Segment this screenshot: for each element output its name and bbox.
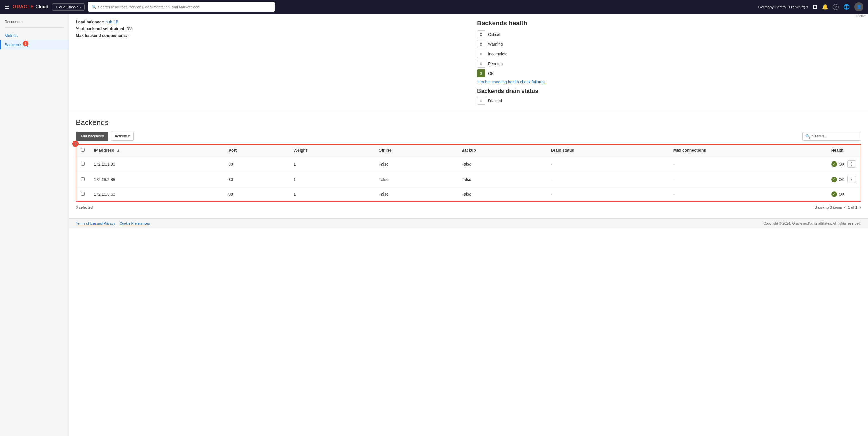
col-offline: Offline <box>374 144 457 156</box>
max-connections-row: Max backend connections: - <box>76 33 460 38</box>
bell-icon[interactable]: 🔔 <box>822 4 828 10</box>
region-selector[interactable]: Germany Central (Frankfurt) ▾ <box>758 5 808 9</box>
row-3-checkbox[interactable] <box>81 192 85 196</box>
copyright: Copyright © 2024, Oracle and/or its affi… <box>763 222 861 226</box>
globe-icon[interactable]: 🌐 <box>843 4 849 10</box>
cloud-classic-button[interactable]: Cloud Classic › <box>52 3 85 11</box>
ok-badge: 3 <box>477 69 485 77</box>
oracle-logo: ORACLE Cloud <box>12 4 49 9</box>
load-balancer-row: Load balancer: hub-LB <box>76 20 460 24</box>
row-2-checkbox[interactable] <box>81 177 85 181</box>
row-2-backup: False <box>457 172 547 187</box>
row-3-drain: - <box>546 187 669 201</box>
header: ☰ ORACLE Cloud Cloud Classic › 🔍 Germany… <box>0 0 868 14</box>
header-right: Germany Central (Frankfurt) ▾ ⊡ 🔔 ? 🌐 👤 <box>758 2 864 11</box>
row-1-backup: False <box>457 156 547 172</box>
col-health: Health <box>827 144 861 156</box>
col-backup: Backup <box>457 144 547 156</box>
page-footer: Terms of Use and Privacy Cookie Preferen… <box>69 218 868 228</box>
cloud-text: Cloud <box>36 4 49 9</box>
table-header-row: IP address ▲ Port Weight Offline Backup … <box>76 144 861 156</box>
search-icon-table: 🔍 <box>805 134 810 139</box>
row-3-ip: 172.16.3.63 <box>89 187 224 201</box>
health-row-incomplete: 0 Incomplete <box>477 50 861 58</box>
row-2-drain: - <box>546 172 669 187</box>
col-ip-address: IP address ▲ <box>89 144 224 156</box>
header-search: 🔍 <box>88 2 275 12</box>
showing-label: Showing 3 items <box>814 205 842 209</box>
warning-label: Warning <box>488 42 503 46</box>
col-weight: Weight <box>289 144 374 156</box>
critical-badge: 0 <box>477 30 485 38</box>
oracle-text: ORACLE <box>12 4 34 9</box>
ok-check-icon-3: ✓ <box>831 191 837 197</box>
drain-row-drained: 0 Drained <box>477 97 861 105</box>
health-row-critical: 0 Critical <box>477 30 861 38</box>
table-row: 172.16.1.93 80 1 False False - - ✓ <box>76 156 861 172</box>
row-3-health: ✓ OK <box>831 191 856 197</box>
row-1-offline: False <box>374 156 457 172</box>
incomplete-label: Incomplete <box>488 52 507 56</box>
row-1-checkbox[interactable] <box>81 162 85 166</box>
hamburger-icon[interactable]: ☰ <box>5 4 9 10</box>
ok-check-icon: ✓ <box>831 161 837 167</box>
row-1-ip: 172.16.1.93 <box>89 156 224 172</box>
row-3-health-cell: ✓ OK <box>827 187 861 201</box>
health-row-pending: 0 Pending <box>477 60 861 68</box>
info-section: Load balancer: hub-LB % of backend set d… <box>69 14 868 112</box>
ok-check-icon-2: ✓ <box>831 177 837 182</box>
content-area: Load balancer: hub-LB % of backend set d… <box>69 14 868 436</box>
backends-health-title: Backends health <box>477 20 861 27</box>
row-1-health-cell: ✓ OK Actions Edit Delete ⋮ <box>827 156 861 172</box>
pagination-next-button[interactable]: › <box>860 204 861 210</box>
row-3-backup: False <box>457 187 547 201</box>
load-balancer-link[interactable]: hub-LB <box>105 20 118 24</box>
table-search-input[interactable] <box>812 134 858 138</box>
row-2-three-dot-button[interactable]: ⋮ <box>847 176 856 183</box>
sidebar-item-metrics[interactable]: Metrics <box>0 31 69 40</box>
row-2-weight: 1 <box>289 172 374 187</box>
sort-arrow-ip[interactable]: ▲ <box>116 148 120 153</box>
sidebar-item-backends[interactable]: Backends (3) <box>0 40 69 49</box>
drain-status-title: Backends drain status <box>477 88 861 94</box>
info-right: Backends health 0 Critical 0 Warning 0 I… <box>477 20 861 106</box>
annotation-badge-2: 2 <box>72 140 79 147</box>
row-3-maxconn: - <box>669 187 827 201</box>
row-1-three-dot-button[interactable]: ⋮ <box>847 160 856 168</box>
health-row-warning: 0 Warning <box>477 40 861 48</box>
add-backends-button[interactable]: Add backends <box>76 132 108 140</box>
row-1-weight: 1 <box>289 156 374 172</box>
search-input[interactable] <box>98 5 271 9</box>
selected-count: 0 selected <box>76 205 93 209</box>
resources-label: Resources <box>0 20 69 27</box>
drained-label: Drained <box>488 98 502 103</box>
terminal-icon[interactable]: ⊡ <box>813 4 817 10</box>
actions-button[interactable]: Actions ▾ <box>111 132 134 140</box>
row-3-checkbox-cell <box>76 187 89 201</box>
row-2-offline: False <box>374 172 457 187</box>
backends-title: Backends <box>76 118 861 127</box>
profile-label: Profile <box>856 14 865 18</box>
select-all-checkbox[interactable] <box>81 148 85 152</box>
cookie-link[interactable]: Cookie Preferences <box>120 222 150 226</box>
search-box: 🔍 <box>802 132 861 140</box>
pagination-prev-button[interactable]: ‹ <box>844 204 846 210</box>
table-annotation-wrapper: 2 IP address ▲ <box>76 144 861 212</box>
row-1-drain: - <box>546 156 669 172</box>
row-1-checkbox-cell <box>76 156 89 172</box>
row-3-port: 80 <box>224 187 289 201</box>
health-row-ok: 3 OK <box>477 69 861 77</box>
terms-link[interactable]: Terms of Use and Privacy <box>76 222 115 226</box>
row-2-health-cell: ✓ OK ⋮ <box>827 172 861 187</box>
ok-label: OK <box>488 71 494 76</box>
sidebar: Resources Metrics Backends (3) 1 <box>0 14 69 436</box>
sidebar-badge-1: 1 <box>23 41 28 46</box>
help-icon[interactable]: ? <box>833 4 839 10</box>
critical-label: Critical <box>488 32 500 37</box>
troubleshoot-link[interactable]: Trouble shooting health check failures <box>477 80 861 84</box>
avatar[interactable]: 👤 <box>854 2 863 11</box>
toolbar: Add backends Actions ▾ 🔍 <box>76 132 861 140</box>
backend-set-row: % of backend set drained: 0% <box>76 26 460 31</box>
row-2-checkbox-cell <box>76 172 89 187</box>
table-row: 172.16.2.88 80 1 False False - - ✓ <box>76 172 861 187</box>
